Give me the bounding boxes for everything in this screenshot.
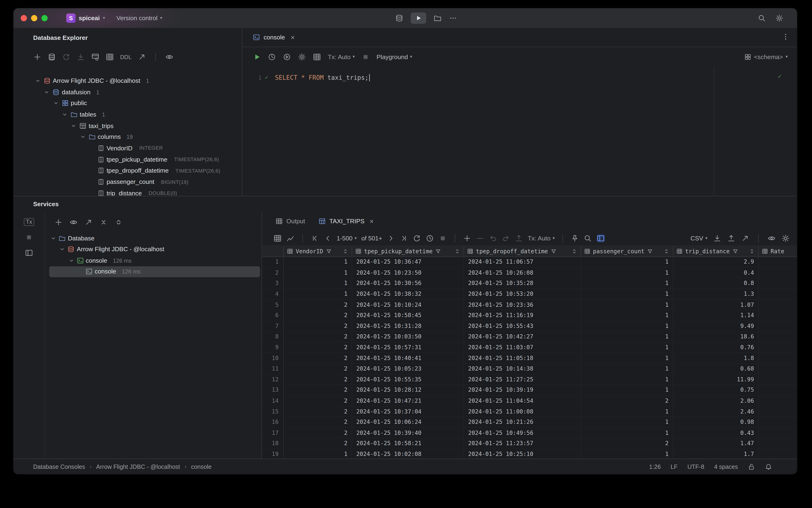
- reload-icon[interactable]: [413, 234, 421, 242]
- cell[interactable]: [759, 417, 797, 427]
- search-everywhere-icon[interactable]: [758, 14, 766, 22]
- cell[interactable]: 1.7: [673, 449, 759, 459]
- cell[interactable]: [759, 449, 797, 459]
- tab-console[interactable]: console ×: [251, 28, 297, 47]
- expand-all-icon[interactable]: [99, 218, 107, 226]
- chevron-down-icon[interactable]: [70, 123, 77, 129]
- row-number[interactable]: 17: [262, 428, 284, 438]
- result-view-icon[interactable]: [313, 52, 321, 61]
- chevron-down-icon[interactable]: [68, 257, 75, 264]
- cell[interactable]: 2024-01-25 11:03:07: [464, 342, 581, 352]
- minimize-window-button[interactable]: [31, 15, 38, 22]
- project-folder-icon[interactable]: [433, 14, 441, 22]
- cell[interactable]: [759, 257, 797, 267]
- close-window-button[interactable]: [20, 15, 27, 22]
- cell[interactable]: 2024-01-25 10:03:50: [352, 332, 464, 342]
- cell[interactable]: 2.06: [673, 396, 759, 406]
- row-number[interactable]: 11: [262, 364, 284, 374]
- datasources-icon[interactable]: [48, 52, 56, 61]
- chevron-down-icon[interactable]: [34, 78, 42, 84]
- row-number[interactable]: 4: [262, 289, 284, 299]
- cell[interactable]: 2024-01-25 11:04:54: [464, 396, 581, 406]
- sort-icon[interactable]: [749, 248, 755, 254]
- cell[interactable]: 1: [581, 332, 673, 342]
- pin-tab-icon[interactable]: [571, 234, 579, 242]
- cell[interactable]: 1: [581, 353, 673, 363]
- cell[interactable]: 1: [581, 449, 673, 459]
- redo-icon[interactable]: [502, 234, 510, 242]
- filter-icon[interactable]: [326, 248, 332, 254]
- close-icon[interactable]: ×: [370, 217, 374, 225]
- cell[interactable]: [759, 300, 797, 310]
- cell[interactable]: 1: [581, 279, 673, 289]
- view-options-icon[interactable]: [165, 52, 174, 61]
- cell[interactable]: 2: [284, 310, 352, 321]
- cell[interactable]: [759, 279, 797, 289]
- cell[interactable]: 2024-01-25 10:47:21: [352, 396, 464, 406]
- cell[interactable]: 2024-01-25 10:37:04: [352, 407, 464, 417]
- cell[interactable]: 1: [581, 321, 673, 331]
- stop-icon[interactable]: [361, 52, 370, 61]
- file-encoding[interactable]: UTF-8: [687, 463, 704, 470]
- column-header-tpep_dropoff_datetime[interactable]: tpep_dropoff_datetime: [464, 246, 581, 256]
- tx-mode-select[interactable]: Tx: Auto▾: [328, 53, 355, 60]
- cell[interactable]: 2024-01-25 10:38:32: [352, 289, 464, 299]
- cell[interactable]: 2024-01-25 11:16:19: [464, 310, 581, 321]
- cell[interactable]: 2024-01-25 10:28:12: [352, 385, 464, 395]
- cell[interactable]: 2024-01-25 10:35:28: [464, 279, 581, 289]
- caret-position[interactable]: 1:26: [649, 463, 661, 470]
- cell[interactable]: 2024-01-25 11:06:57: [464, 257, 581, 267]
- add-row-icon[interactable]: [463, 234, 471, 242]
- export-format-select[interactable]: CSV▾: [690, 235, 708, 242]
- cell[interactable]: 2024-01-25 10:42:27: [464, 332, 581, 342]
- inspections-ok-icon[interactable]: ✓: [778, 73, 781, 80]
- cell[interactable]: [759, 310, 797, 321]
- grid-settings-icon[interactable]: [781, 234, 790, 242]
- cell[interactable]: [759, 385, 797, 395]
- refresh-icon[interactable]: [62, 52, 70, 61]
- previous-page-icon[interactable]: [324, 234, 332, 242]
- line-separator[interactable]: LF: [671, 463, 678, 470]
- add-service-icon[interactable]: [54, 218, 62, 226]
- version-control-menu[interactable]: Version control ▾: [116, 14, 162, 22]
- filter-icon[interactable]: [647, 248, 653, 254]
- cell[interactable]: 2: [581, 396, 673, 406]
- chevron-down-icon[interactable]: [52, 100, 59, 107]
- last-page-icon[interactable]: [400, 234, 408, 242]
- notifications-icon[interactable]: [765, 463, 772, 470]
- cell[interactable]: 2024-01-25 10:23:36: [464, 300, 581, 310]
- tree-item-passenger-count[interactable]: passenger_countBIGINT(19): [13, 176, 242, 187]
- cell[interactable]: 2024-01-25 10:25:10: [464, 449, 581, 459]
- cell[interactable]: [759, 353, 797, 363]
- chevron-down-icon[interactable]: [59, 246, 65, 253]
- tree-item-vendorid[interactable]: VendorIDINTEGER: [13, 142, 242, 154]
- filter-icon[interactable]: [732, 248, 739, 254]
- cell[interactable]: 2024-01-25 10:55:43: [464, 321, 581, 331]
- cell[interactable]: 2.46: [673, 407, 759, 417]
- tree-item-tables[interactable]: tables1: [13, 109, 242, 120]
- chart-view-icon[interactable]: [286, 234, 295, 242]
- cell[interactable]: 2024-01-25 10:31:28: [352, 321, 464, 331]
- cell[interactable]: 2: [284, 385, 352, 395]
- cell[interactable]: 2: [581, 438, 673, 449]
- cell[interactable]: 2: [284, 353, 352, 363]
- cell[interactable]: 11.99: [673, 374, 759, 384]
- tree-item-taxi-trips[interactable]: taxi_trips: [13, 120, 242, 131]
- row-number[interactable]: 3: [262, 279, 284, 289]
- row-number[interactable]: 12: [262, 374, 284, 384]
- lock-icon[interactable]: [748, 463, 755, 470]
- cell[interactable]: 2024-01-25 10:14:38: [464, 364, 581, 374]
- toggle-panel-icon[interactable]: [597, 234, 605, 242]
- column-header-rate[interactable]: Rate: [759, 246, 797, 256]
- view-options-icon[interactable]: [767, 234, 776, 242]
- cell[interactable]: 2: [284, 438, 352, 449]
- tree-item-tpep-dropoff-datetime[interactable]: tpep_dropoff_datetimeTIMESTAMP(26,6): [13, 165, 242, 176]
- cell[interactable]: 1: [581, 342, 673, 352]
- chevron-down-icon[interactable]: [79, 134, 86, 140]
- cell[interactable]: 9.49: [673, 321, 759, 331]
- breadcrumb-item[interactable]: Database Consoles: [33, 463, 85, 470]
- filter-icon[interactable]: [551, 248, 557, 254]
- row-number[interactable]: 5: [262, 300, 284, 310]
- tree-item-columns[interactable]: columns19: [13, 131, 242, 142]
- cell[interactable]: 2: [284, 374, 352, 384]
